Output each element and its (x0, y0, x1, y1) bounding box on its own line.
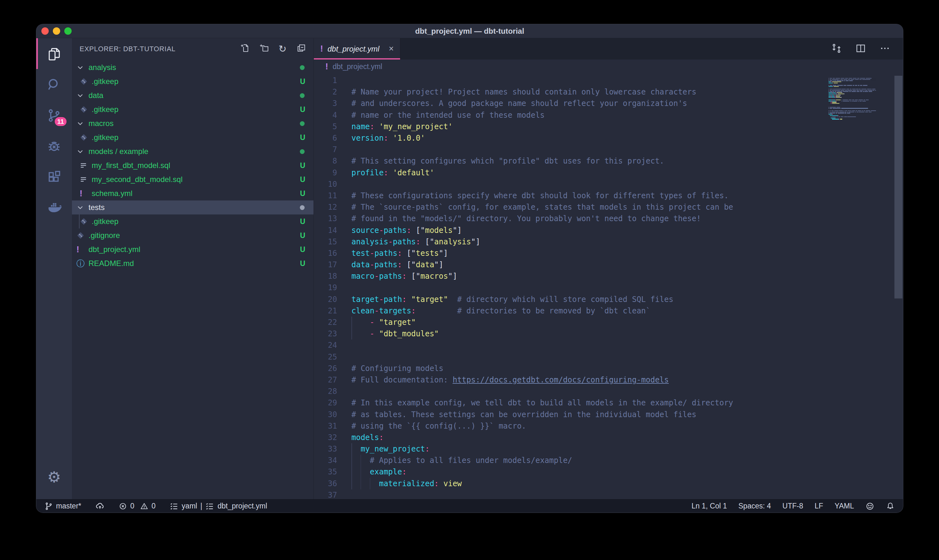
minimap[interactable] (828, 77, 892, 121)
tree-file-my-first-dbt-model-sql[interactable]: my_first_dbt_model.sqlU (72, 158, 314, 172)
code-line-18[interactable]: 18macro-paths: ["macros"] (314, 271, 903, 282)
chevron-down-icon[interactable] (76, 204, 87, 211)
code-line-22[interactable]: 22 - "target" (314, 317, 903, 328)
code-line-10[interactable]: 10 (314, 178, 903, 190)
tree-file-gitignore[interactable]: .gitignoreU (72, 228, 314, 243)
tree-folder-analysis[interactable]: analysis (72, 60, 314, 74)
code-line-8[interactable]: 8# This setting configures which "profil… (314, 155, 903, 167)
breadcrumb-filename[interactable]: dbt_project.yml (332, 62, 382, 71)
folder-label: data (88, 91, 103, 100)
tree-folder-tests[interactable]: tests (72, 200, 314, 214)
code-line-6[interactable]: 6version: '1.0.0' (314, 132, 903, 144)
line-content: # In this example config, we tell dbt to… (337, 398, 733, 407)
code-line-1[interactable]: 1 (314, 75, 903, 86)
code-line-11[interactable]: 11# These configurations specify where d… (314, 190, 903, 202)
indentation-item[interactable]: Spaces: 4 (739, 502, 771, 510)
debug-icon (47, 139, 62, 154)
git-branch-icon (45, 502, 53, 510)
code-line-5[interactable]: 5name: 'my_new_project' (314, 121, 903, 132)
chevron-down-icon[interactable] (76, 64, 87, 71)
code-line-28[interactable]: 28 (314, 386, 903, 397)
code-line-16[interactable]: 16test-paths: ["tests"] (314, 248, 903, 259)
tree-file-my-second-dbt-model-sql[interactable]: my_second_dbt_model.sqlU (72, 172, 314, 186)
line-number: 33 (314, 445, 337, 454)
cursor-position-item[interactable]: Ln 1, Col 1 (692, 502, 727, 510)
docker-activity-button[interactable] (36, 192, 72, 223)
code-line-15[interactable]: 15analysis-paths: ["analysis"] (314, 236, 903, 248)
code-line-26[interactable]: 26# Configuring models (314, 363, 903, 374)
tree-folder-macros[interactable]: macros (72, 117, 314, 131)
settings-gear-button[interactable]: ⚙ (36, 468, 72, 486)
code-line-32[interactable]: 32models: (314, 432, 903, 443)
notifications-bell-icon[interactable] (886, 502, 895, 511)
tree-file-gitkeep[interactable]: .gitkeepU (72, 214, 314, 228)
yaml-schema-item[interactable]: yaml | dbt_project.yml (170, 502, 267, 511)
refresh-icon[interactable]: ↻ (279, 44, 287, 54)
eol-item[interactable]: LF (814, 502, 823, 510)
tree-file-gitkeep[interactable]: .gitkeepU (72, 74, 314, 88)
close-window-button[interactable] (42, 28, 49, 35)
breadcrumb[interactable]: ! dbt_project.yml (314, 60, 903, 74)
git-branch-item[interactable]: master* (45, 502, 81, 510)
chevron-down-icon[interactable] (76, 92, 87, 99)
chevron-down-icon[interactable] (76, 120, 87, 127)
code-line-21[interactable]: 21clean-targets: # directories to be rem… (314, 305, 903, 317)
explorer-activity-button[interactable] (36, 38, 72, 69)
more-actions-icon[interactable] (879, 43, 890, 55)
sync-changes-item[interactable] (95, 502, 105, 511)
active-tab-indicator (314, 58, 400, 60)
code-line-24[interactable]: 24 (314, 340, 903, 351)
code-editor[interactable]: 12# Name your project! Project names sho… (314, 74, 903, 499)
tab-dbt-project-yml[interactable]: ! dbt_project.yml × (314, 38, 400, 60)
extensions-activity-button[interactable] (36, 162, 72, 192)
code-line-2[interactable]: 2# Name your project! Project names shou… (314, 86, 903, 98)
code-line-33[interactable]: 33 my_new_project: (314, 443, 903, 455)
code-line-34[interactable]: 34 # Applies to all files under models/e… (314, 455, 903, 466)
code-line-12[interactable]: 12# The `source-paths` config, for examp… (314, 202, 903, 213)
tree-file-dbt-project-yml[interactable]: !dbt_project.ymlU (72, 243, 314, 257)
code-line-14[interactable]: 14source-paths: ["models"] (314, 224, 903, 236)
open-changes-icon[interactable] (831, 43, 842, 55)
tree-folder-data[interactable]: data (72, 88, 314, 103)
zoom-window-button[interactable] (64, 28, 72, 35)
code-line-17[interactable]: 17data-paths: ["data"] (314, 259, 903, 271)
code-line-13[interactable]: 13# found in the "models/" directory. Yo… (314, 213, 903, 224)
code-line-4[interactable]: 4# name or the intended use of these mod… (314, 109, 903, 121)
code-line-31[interactable]: 31# using the `{{ config(...) }}` macro. (314, 420, 903, 432)
code-line-19[interactable]: 19 (314, 282, 903, 293)
code-line-35[interactable]: 35 example: (314, 466, 903, 478)
code-line-7[interactable]: 7 (314, 144, 903, 155)
encoding-item[interactable]: UTF-8 (782, 502, 803, 510)
debug-activity-button[interactable] (36, 131, 72, 162)
search-activity-button[interactable] (36, 69, 72, 100)
problems-item[interactable]: 0 0 (119, 502, 155, 510)
code-line-36[interactable]: 36 materialized: view (314, 478, 903, 489)
code-line-20[interactable]: 20target-path: "target" # directory whic… (314, 294, 903, 305)
code-line-37[interactable]: 37 (314, 489, 903, 499)
source-control-activity-button[interactable]: 11 (36, 100, 72, 131)
new-file-button[interactable] (240, 43, 250, 55)
minimize-window-button[interactable] (53, 28, 60, 35)
close-tab-icon[interactable]: × (389, 44, 394, 54)
new-folder-button[interactable] (259, 43, 269, 55)
collapse-folders-button[interactable] (296, 43, 306, 55)
language-mode-item[interactable]: YAML (834, 502, 854, 510)
feedback-smiley-icon[interactable] (865, 502, 874, 511)
code-line-29[interactable]: 29# In this example config, we tell dbt … (314, 397, 903, 409)
tree-file-gitkeep[interactable]: .gitkeepU (72, 131, 314, 145)
code-line-9[interactable]: 9profile: 'default' (314, 167, 903, 178)
code-line-23[interactable]: 23 - "dbt_modules" (314, 328, 903, 340)
tree-file-schema-yml[interactable]: !schema.ymlU (72, 186, 314, 200)
code-line-27[interactable]: 27# Full documentation: https://docs.get… (314, 374, 903, 386)
tree-file-readme-md[interactable]: ⓘREADME.mdU (72, 257, 314, 271)
split-editor-icon[interactable] (855, 43, 866, 55)
git-file-icon (80, 105, 91, 114)
tree-folder-models-example[interactable]: models / example (72, 145, 314, 158)
code-line-30[interactable]: 30# as tables. These settings can be ove… (314, 409, 903, 420)
tree-file-gitkeep[interactable]: .gitkeepU (72, 103, 314, 117)
chevron-down-icon[interactable] (76, 148, 87, 155)
editor-scrollbar-thumb[interactable] (894, 76, 902, 298)
code-line-3[interactable]: 3# and underscores. A good package name … (314, 98, 903, 109)
code-line-25[interactable]: 25 (314, 351, 903, 363)
line-number: 16 (314, 249, 337, 258)
